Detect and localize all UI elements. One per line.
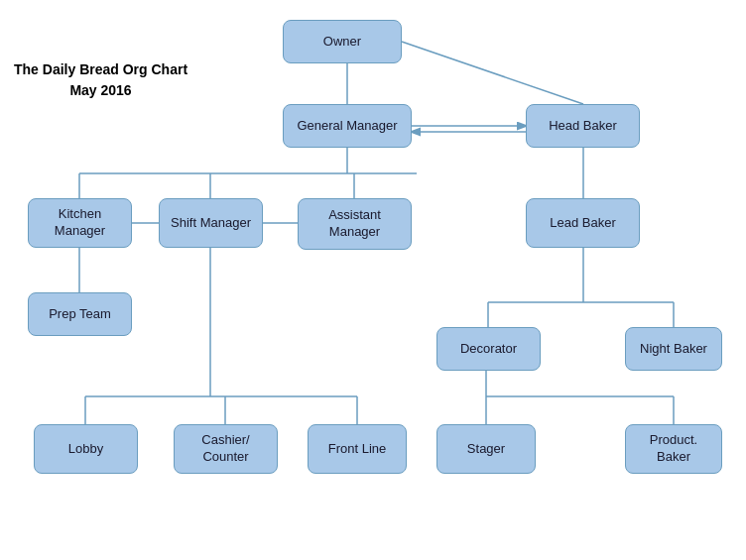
owner-node: Owner	[283, 20, 402, 63]
lobby-node: Lobby	[34, 424, 138, 474]
cashier-counter-node: Cashier/ Counter	[174, 424, 278, 474]
lead-baker-node: Lead Baker	[526, 198, 640, 248]
product-baker-node: Product. Baker	[625, 424, 722, 474]
assistant-manager-node: Assistant Manager	[298, 198, 412, 250]
stager-node: Stager	[436, 424, 536, 474]
shift-manager-node: Shift Manager	[159, 198, 263, 248]
front-line-node: Front Line	[308, 424, 407, 474]
svg-line-1	[402, 42, 583, 104]
chart-title: The Daily Bread Org ChartMay 2016	[14, 59, 187, 101]
prep-team-node: Prep Team	[28, 292, 132, 336]
head-baker-node: Head Baker	[526, 104, 640, 148]
chart-container: The Daily Bread Org ChartMay 2016	[0, 0, 746, 560]
decorator-node: Decorator	[436, 327, 541, 371]
night-baker-node: Night Baker	[625, 327, 722, 371]
kitchen-manager-node: Kitchen Manager	[28, 198, 132, 248]
general-manager-node: General Manager	[283, 104, 412, 148]
